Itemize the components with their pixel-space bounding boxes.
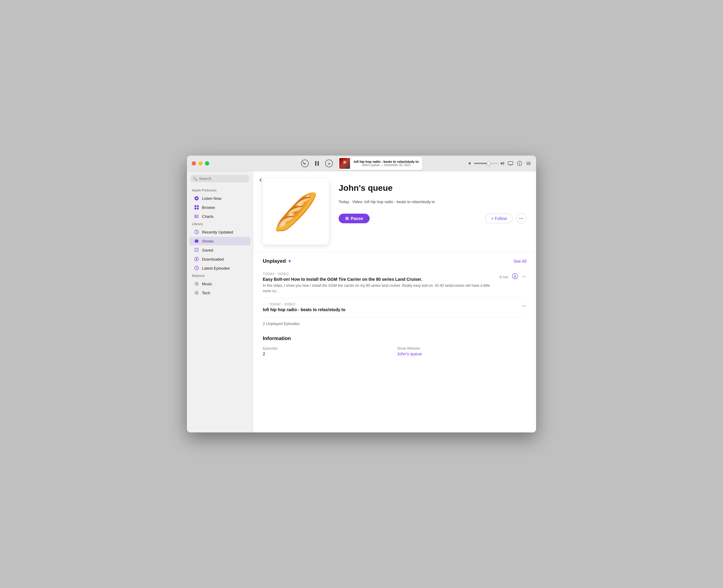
podcast-description: Today · Video: lofi hip hop radio - beat… <box>338 199 526 205</box>
content-area: 🥖 John's queue Today · Video: lofi hip h… <box>253 171 536 433</box>
close-button[interactable] <box>192 161 196 166</box>
information-section: Information Episodes 2 Show Website John… <box>263 336 526 356</box>
content-body: Unplayed ▼ See All TODAY · VIDEO Easy Bo… <box>253 252 536 366</box>
volume-control[interactable] <box>468 161 504 166</box>
show-website-label: Show Website <box>397 346 526 351</box>
grid-icon <box>194 205 199 210</box>
svg-point-40 <box>195 292 198 294</box>
episode-actions: 8 min <box>500 272 526 281</box>
episodes-label: Episodes <box>263 346 392 351</box>
transport-controls: 15 30 <box>301 159 333 168</box>
sidebar-item-latest-episodes[interactable]: Latest Episodes <box>189 264 250 272</box>
svg-text:30: 30 <box>328 163 330 165</box>
sidebar-item-browse[interactable]: Browse <box>189 203 250 212</box>
episode-row-inner: ··· TODAY · VIDEO lofi hip hop radio - b… <box>263 302 526 313</box>
unplayed-section-title: Unplayed ▼ <box>263 258 292 264</box>
titlebar-center: 15 30 <box>301 157 422 170</box>
episode-download-button[interactable] <box>512 273 518 281</box>
maximize-button[interactable] <box>205 161 209 166</box>
library-section-label: Library <box>187 221 253 228</box>
follow-button-label: + Follow <box>491 216 507 221</box>
list-button[interactable] <box>526 161 531 166</box>
website-info: Show Website John's queue <box>397 346 526 356</box>
sidebar-item-label: Browse <box>202 205 215 210</box>
episode-row-inner: TODAY · VIDEO Easy Bolt-on! How to Insta… <box>263 272 526 294</box>
list-bullet-icon <box>194 214 199 219</box>
svg-point-50 <box>524 276 525 277</box>
svg-line-37 <box>197 268 198 269</box>
follow-button[interactable]: + Follow <box>485 214 513 223</box>
back-button[interactable] <box>258 177 263 184</box>
square-stack-icon <box>194 239 199 244</box>
search-input[interactable] <box>190 175 249 182</box>
now-playing-subtitle: John's queue — December 30, 2022 <box>353 163 419 167</box>
sidebar-item-label: Tech <box>202 291 210 295</box>
traffic-lights <box>192 161 209 166</box>
search-icon: 🔍 <box>193 177 198 181</box>
episode-row: TODAY · VIDEO Easy Bolt-on! How to Insta… <box>263 268 526 298</box>
sidebar-item-charts[interactable]: Charts <box>189 212 250 220</box>
podcast-title: John's queue <box>338 183 526 193</box>
now-playing-pill[interactable]: lofi hip hop radio - beats to relax/stud… <box>338 157 422 170</box>
sidebar-item-downloaded[interactable]: Downloaded <box>189 255 250 263</box>
titlebar-right <box>468 161 531 166</box>
sidebar-item-saved[interactable]: Saved <box>189 246 250 254</box>
sidebar-item-music[interactable]: Music <box>189 279 250 288</box>
pause-button[interactable]: Pause <box>338 214 370 223</box>
sidebar-item-label: Recently Updated <box>202 230 233 234</box>
show-website-link[interactable]: John's queue <box>397 352 526 356</box>
minimize-button[interactable] <box>198 161 203 166</box>
episode-title: lofi hip hop radio - beats to relax/stud… <box>263 307 517 312</box>
episode-more-button[interactable] <box>522 274 526 280</box>
episode-more-button[interactable] <box>522 303 526 310</box>
now-playing-title: lofi hip hop radio - beats to relax/stud… <box>353 160 419 163</box>
sidebar-item-shows[interactable]: Shows <box>189 237 250 245</box>
episode-ellipsis-icon <box>522 274 526 279</box>
pause-transport-button[interactable] <box>313 159 321 168</box>
svg-point-45 <box>521 218 522 219</box>
podcast-actions: Pause + Follow <box>338 213 526 224</box>
apple-podcasts-section-label: Apple Podcasts <box>187 187 253 194</box>
episodes-info: Episodes 2 <box>263 346 392 356</box>
music-gear-icon <box>194 281 199 286</box>
episode-meta: TODAY · VIDEO <box>263 272 495 276</box>
titlebar: 15 30 <box>187 155 536 171</box>
svg-point-25 <box>195 215 195 216</box>
svg-point-26 <box>195 216 195 217</box>
airplay-icon <box>508 161 513 166</box>
episode-duration: 8 min <box>500 275 509 279</box>
svg-point-27 <box>195 217 195 218</box>
stations-section-label: Stations <box>187 273 253 279</box>
sidebar-item-recently-updated[interactable]: Recently Updated <box>189 228 250 236</box>
info-button[interactable] <box>517 161 522 166</box>
volume-high-icon <box>500 161 504 166</box>
arrow-down-circle-icon <box>194 257 199 261</box>
sidebar-item-tech[interactable]: Tech <box>189 289 250 297</box>
svg-point-44 <box>519 218 520 219</box>
svg-point-52 <box>522 306 523 307</box>
airplay-button[interactable] <box>508 161 513 166</box>
svg-rect-18 <box>194 205 196 207</box>
episode-actions <box>522 302 526 310</box>
see-all-button[interactable]: See All <box>513 259 526 264</box>
unplayed-count: 2 Unplayed Episodes <box>263 318 526 327</box>
svg-point-39 <box>195 282 198 286</box>
skip-forward-button[interactable]: 30 <box>325 159 333 168</box>
svg-point-54 <box>525 306 526 307</box>
episode-row: ··· TODAY · VIDEO lofi hip hop radio - b… <box>263 298 526 318</box>
sidebar-item-label: Downloaded <box>202 257 224 261</box>
skip-back-button[interactable]: 15 <box>301 159 309 168</box>
svg-line-30 <box>197 232 198 233</box>
now-playing-info: lofi hip hop radio - beats to relax/stud… <box>353 160 419 167</box>
unplayed-label: Unplayed <box>263 258 286 264</box>
podcast-header: 🥖 John's queue Today · Video: lofi hip h… <box>253 171 536 252</box>
volume-slider[interactable] <box>474 163 498 164</box>
sidebar-item-label: Charts <box>202 214 213 219</box>
svg-rect-43 <box>347 217 349 220</box>
ellipsis-icon <box>519 216 524 221</box>
app-window: 15 30 <box>187 155 536 433</box>
more-options-button[interactable] <box>516 213 526 224</box>
svg-point-12 <box>519 162 520 163</box>
sidebar-item-listen-now[interactable]: Listen Now <box>189 194 250 203</box>
sidebar-item-label: Latest Episodes <box>202 266 230 271</box>
